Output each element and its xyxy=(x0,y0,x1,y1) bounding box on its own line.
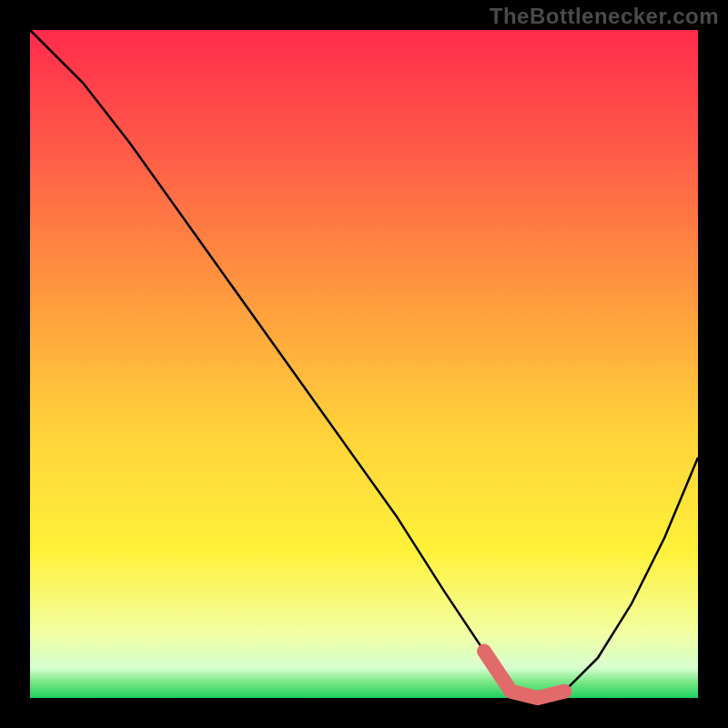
watermark-text: TheBottleneсker.com xyxy=(490,4,719,29)
plot-background xyxy=(30,30,698,698)
bottleneck-chart xyxy=(0,0,728,728)
chart-frame: TheBottleneсker.com xyxy=(0,0,728,728)
